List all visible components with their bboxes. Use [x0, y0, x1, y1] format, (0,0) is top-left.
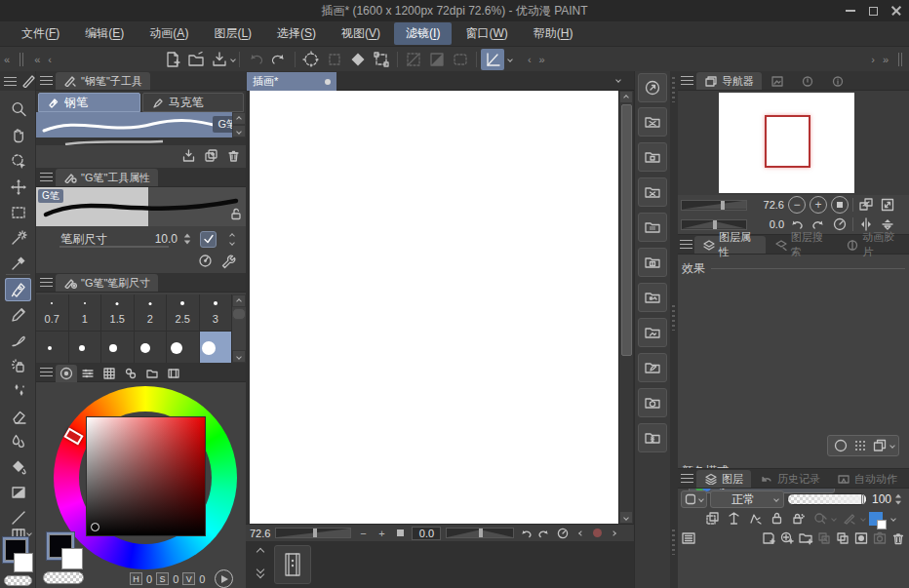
tab-animation-cel[interactable]: 动画胶片: [838, 236, 909, 254]
invert-selection-button[interactable]: [346, 49, 370, 70]
tab-information[interactable]: [823, 72, 852, 90]
subtool-item-partial[interactable]: [36, 137, 246, 145]
draft-dropdown-icon[interactable]: [831, 516, 837, 522]
subtool-item-g-pen[interactable]: G笔: [36, 112, 246, 137]
save-button[interactable]: [208, 49, 231, 70]
unlock-icon[interactable]: [229, 207, 243, 220]
menu-filter[interactable]: 滤镜(I): [394, 22, 452, 45]
canvas-surface[interactable]: [250, 91, 618, 524]
brush-size-cell[interactable]: 2.5: [167, 294, 199, 331]
lock-transparent-pixels-icon[interactable]: [789, 510, 807, 528]
canvas-rotation-slider[interactable]: [446, 528, 514, 538]
tab-layer-search[interactable]: 图层搜索: [767, 236, 838, 254]
subtool-group-tab-marker[interactable]: 马克笔: [142, 93, 245, 112]
menu-view[interactable]: 视图(V): [330, 22, 392, 45]
brush-size-panel-tab[interactable]: "G笔"笔刷尺寸: [56, 274, 158, 292]
new-layer-folder-icon[interactable]: [797, 529, 814, 547]
quick-access-icon[interactable]: [638, 73, 667, 102]
snap-to-ruler-button[interactable]: [481, 49, 504, 70]
brush-size-cell[interactable]: [69, 332, 101, 364]
navigator-rotation-slider[interactable]: [681, 219, 747, 230]
subtool-panel-tab[interactable]: "钢笔"子工具: [56, 72, 150, 90]
menu-layer[interactable]: 图层(L): [202, 22, 263, 45]
canvas-zoom-out[interactable]: −: [356, 527, 370, 540]
rotate-canvas-tool[interactable]: [5, 150, 31, 174]
brush-size-cell[interactable]: 1.5: [101, 294, 134, 331]
combine-to-lower-icon[interactable]: [834, 529, 851, 547]
decoration-tool[interactable]: [5, 379, 31, 403]
hand-tool[interactable]: [5, 124, 31, 147]
brush-size-cell[interactable]: [135, 332, 167, 364]
brush-size-value[interactable]: 10.0: [155, 232, 178, 246]
opacity-slider[interactable]: [787, 493, 867, 505]
tab-auto-action[interactable]: 自动动作: [829, 470, 905, 488]
canvas-rotate-right[interactable]: [537, 527, 551, 540]
advanced-settings-wrench-icon[interactable]: [219, 253, 236, 269]
opacity-step-up[interactable]: [895, 494, 901, 498]
size-step-down[interactable]: [184, 241, 190, 245]
menu-select[interactable]: 选择(S): [265, 22, 328, 45]
subtool-scroll-up[interactable]: [232, 112, 246, 125]
new-raster-layer-icon[interactable]: [760, 529, 777, 547]
new-selection-button[interactable]: [449, 49, 472, 70]
dynamics-settings-icon[interactable]: [197, 253, 214, 269]
navigator-fit-window[interactable]: [857, 196, 875, 214]
move-tool[interactable]: [5, 176, 31, 199]
collapse-left2-icon[interactable]: «: [30, 54, 44, 65]
apply-mask-icon[interactable]: [871, 529, 889, 547]
layer-panel-menu-icon[interactable]: [681, 474, 693, 483]
navigator-fullscreen[interactable]: [879, 196, 896, 214]
fill-tool[interactable]: [5, 455, 31, 479]
ruler-dropdown-icon[interactable]: [860, 516, 866, 522]
canvas-tab-list-icon[interactable]: [615, 77, 621, 83]
layer-color-chip[interactable]: [869, 512, 883, 526]
maximize-button[interactable]: [869, 7, 878, 16]
material-all-icon[interactable]: [638, 107, 667, 137]
register-subtool-icon[interactable]: [180, 147, 197, 164]
cmdbar-scroll-more-icon[interactable]: »: [535, 54, 549, 65]
navigator-zoom-in[interactable]: +: [810, 196, 827, 214]
subtool-group-tab-pen[interactable]: 钢笔: [38, 93, 140, 112]
draft-layer-icon[interactable]: [746, 510, 764, 528]
save-dropdown-icon[interactable]: [230, 57, 236, 62]
blend-mode-dropdown[interactable]: 正常: [710, 490, 784, 508]
brush-size-slider[interactable]: [59, 246, 169, 248]
brush-size-cell[interactable]: 2: [135, 294, 167, 331]
tool-property-menu-icon[interactable]: [40, 173, 53, 181]
transparent-color-swatch[interactable]: [4, 575, 32, 586]
right-scroll-icon[interactable]: ›: [867, 54, 879, 65]
navigator-tab[interactable]: 导航器: [696, 72, 762, 90]
panel-splitter-handle[interactable]: [20, 53, 24, 66]
right-splitter-handle[interactable]: [898, 53, 903, 66]
delete-layer-icon[interactable]: [889, 529, 907, 547]
canvas-vertical-scrollbar[interactable]: [618, 91, 633, 524]
minimize-button[interactable]: [846, 10, 855, 12]
lock-layer-icon[interactable]: [768, 510, 785, 528]
navigator-zoom-slider[interactable]: [681, 200, 747, 211]
navigator-view-frame[interactable]: [765, 115, 810, 168]
dock-splitter[interactable]: [670, 71, 678, 588]
brush-size-cell[interactable]: 1: [69, 294, 101, 331]
delete-subtool-icon[interactable]: [225, 147, 242, 164]
brush-size-scrollbar[interactable]: [232, 294, 246, 363]
collapse-left-icon[interactable]: «: [0, 54, 14, 65]
size-panel-down[interactable]: [229, 240, 235, 246]
material-download-icon[interactable]: [638, 142, 667, 172]
snap-dropdown-icon[interactable]: [507, 57, 513, 62]
menu-animation[interactable]: 动画(A): [138, 22, 200, 45]
canvas-rotate-left[interactable]: [519, 527, 533, 540]
material-monochrome-icon[interactable]: [638, 213, 667, 242]
reference-layer-icon[interactable]: [725, 510, 742, 528]
navigator-reset-rotation[interactable]: [831, 216, 849, 233]
palette-color-dropdown[interactable]: [681, 490, 707, 508]
pencil-tool[interactable]: [5, 303, 31, 327]
create-layer-mask-icon[interactable]: [852, 529, 870, 547]
tool-property-tab[interactable]: "G笔"工具属性: [56, 169, 158, 186]
menu-help[interactable]: 帮助(H): [522, 22, 585, 45]
color-transparent-swatch[interactable]: [43, 571, 84, 584]
canvas-prev-view[interactable]: [574, 527, 588, 540]
ruler-icon[interactable]: [840, 510, 857, 528]
right-more-icon[interactable]: »: [879, 54, 892, 65]
deselect-button[interactable]: [299, 49, 323, 70]
canvas-zoom-slider[interactable]: [275, 528, 351, 538]
